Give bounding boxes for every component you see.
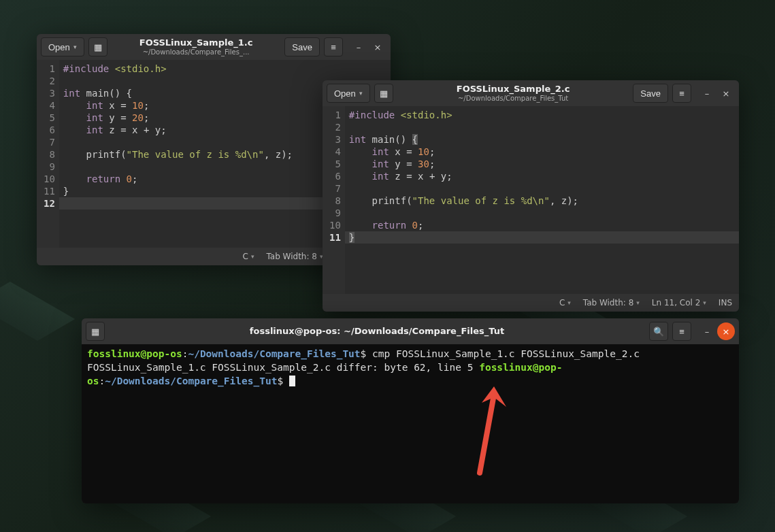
search-button[interactable]: 🔍 [649,322,668,341]
language-selector[interactable]: C▾ [559,298,571,307]
new-tab-button[interactable]: ▦ [88,37,108,56]
terminal-output[interactable]: fosslinux@pop-os:~/Downloads/Compare_Fil… [82,344,739,503]
new-tab-icon: ▦ [94,42,102,52]
new-tab-icon: ▦ [91,327,99,337]
open-button[interactable]: Open▾ [41,37,84,56]
close-button[interactable]: × [369,38,386,56]
language-selector[interactable]: C▾ [243,252,254,261]
tab-width-selector[interactable]: Tab Width: 8▾ [266,252,323,261]
hamburger-icon: ≡ [679,327,685,337]
minimize-button[interactable]: – [698,322,716,340]
titlebar[interactable]: ▦ fosslinux@pop-os: ~/Downloads/Compare_… [82,318,739,344]
terminal-window: ▦ fosslinux@pop-os: ~/Downloads/Compare_… [82,318,739,503]
open-button[interactable]: Open▾ [327,84,370,103]
new-tab-button[interactable]: ▦ [374,84,393,103]
status-bar: C▾ Tab Width: 8▾ Ln 11, Col 2 ▾ INS [323,294,739,312]
code-content[interactable]: #include <stdio.h> int main() { int x = … [345,106,739,294]
window-title: FOSSLinux_Sample_1.c [112,38,281,48]
hamburger-menu-button[interactable]: ≡ [324,37,343,56]
chevron-down-icon: ▾ [73,44,77,50]
hamburger-icon: ≡ [679,88,685,99]
terminal-command: cmp FOSSLinux_Sample_1.c FOSSLinux_Sampl… [372,348,640,359]
title-area: fosslinux@pop-os: ~/Downloads/Compare_Fi… [109,327,645,336]
line-number-gutter: 1234567891011 [323,106,345,294]
titlebar[interactable]: Open▾ ▦ FOSSLinux_Sample_1.c ~/Downloads… [37,34,391,60]
save-button[interactable]: Save [633,84,668,103]
search-icon: 🔍 [653,327,664,337]
window-title: fosslinux@pop-os: ~/Downloads/Compare_Fi… [109,327,645,336]
minimize-button[interactable]: – [698,84,716,102]
title-area: FOSSLinux_Sample_1.c ~/Downloads/Compare… [112,38,281,55]
close-button[interactable]: × [717,322,735,340]
insert-mode[interactable]: INS [719,298,732,307]
editor-area[interactable]: 1234567891011 #include <stdio.h> int mai… [323,106,739,294]
new-tab-icon: ▦ [380,88,388,99]
minimize-button[interactable]: – [350,38,367,56]
terminal-output-line: FOSSLinux_Sample_1.c FOSSLinux_Sample_2.… [87,362,473,373]
hamburger-icon: ≡ [331,42,336,52]
close-button[interactable]: × [717,84,735,102]
title-area: FOSSLinux_Sample_2.c ~/Downloads/Compare… [397,84,629,101]
window-subtitle: ~/Downloads/Compare_Files_Tut [397,95,629,102]
hamburger-menu-button[interactable]: ≡ [672,84,691,103]
window-subtitle: ~/Downloads/Compare_Files_... [112,48,281,56]
terminal-cursor [289,376,295,386]
titlebar[interactable]: Open▾ ▦ FOSSLinux_Sample_2.c ~/Downloads… [323,80,739,106]
chevron-down-icon: ▾ [359,90,363,97]
line-number-gutter: 123456789101112 [37,60,59,248]
new-tab-button[interactable]: ▦ [86,322,105,341]
open-label: Open [334,88,356,99]
save-button[interactable]: Save [284,37,320,56]
open-label: Open [48,42,70,52]
hamburger-menu-button[interactable]: ≡ [672,322,691,341]
window-title: FOSSLinux_Sample_2.c [397,84,629,94]
tab-width-selector[interactable]: Tab Width: 8▾ [583,298,640,307]
cursor-position[interactable]: Ln 11, Col 2 ▾ [652,298,706,307]
editor-window-2: Open▾ ▦ FOSSLinux_Sample_2.c ~/Downloads… [323,80,739,312]
